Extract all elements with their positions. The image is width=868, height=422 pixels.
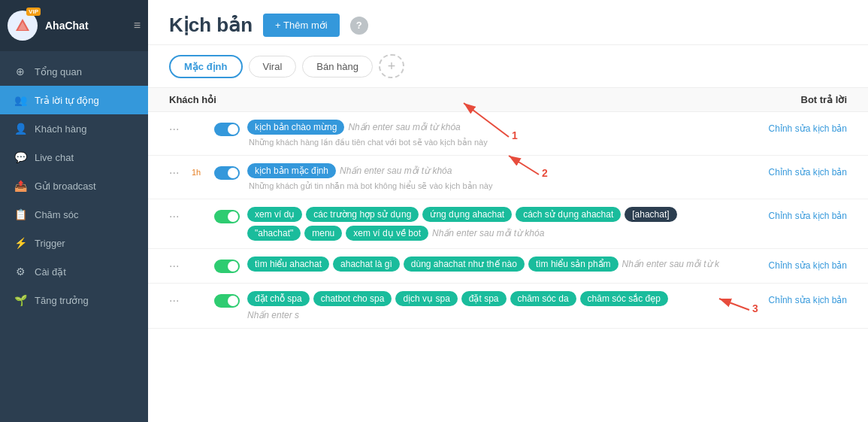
tag-item[interactable]: kịch bản mặc định — [247, 163, 336, 178]
sidebar-item-label: Cài đặt — [35, 266, 66, 278]
tag-item[interactable]: xem ví dụ — [247, 207, 302, 222]
tag-placeholder: Nhấn enter sau mỗi từ khóa — [348, 122, 460, 132]
sidebar-item-label: Live chat — [35, 152, 74, 163]
sidebar-item-cai-dat[interactable]: ⚙ Cài đặt — [0, 257, 148, 286]
tag-item[interactable]: cách sử dụng ahachat — [516, 207, 621, 222]
tab-mac-dinh[interactable]: Mặc định — [169, 55, 243, 78]
edit-link[interactable]: Chỉnh sửa kịch bản — [769, 295, 847, 305]
edit-link[interactable]: Chỉnh sửa kịch bản — [769, 123, 847, 134]
toggle-knob — [228, 296, 238, 306]
toggle-switch[interactable] — [214, 294, 240, 308]
toggle-wrap — [214, 163, 240, 182]
sidebar-item-label: Chăm sóc — [35, 209, 79, 220]
main-header: Kịch bản + Thêm mới ? — [148, 0, 868, 45]
sidebar-nav: ⊕ Tổng quan 👥 Trả lời tự động 👤 Khách hà… — [0, 51, 148, 422]
sidebar-item-label: Gửi broadcast — [35, 181, 96, 192]
sidebar-item-label: Khách hàng — [35, 123, 86, 135]
toggle-switch[interactable] — [214, 123, 240, 136]
vip-badge: VIP — [26, 8, 41, 16]
toggle-knob — [228, 168, 238, 178]
tag-item[interactable]: xem ví dụ về bot — [346, 226, 428, 241]
table-row: ··· xem ví dụ các trường hợp sử dụng ứng… — [148, 199, 868, 249]
sidebar-item-live-chat[interactable]: 💬 Live chat — [0, 143, 148, 172]
row-hint: Những khách gửi tin nhắn mà bot không hi… — [247, 181, 719, 191]
tab-viral[interactable]: Viral — [249, 56, 297, 77]
edit-link[interactable]: Chỉnh sửa kịch bản — [769, 260, 847, 271]
logo: VIP — [8, 11, 38, 41]
toggle-switch[interactable] — [214, 260, 240, 273]
tag-item[interactable]: menu — [304, 226, 342, 241]
tab-add-button[interactable]: + — [379, 54, 404, 78]
sidebar-item-gui-broadcast[interactable]: 📤 Gửi broadcast — [0, 172, 148, 200]
sidebar-item-tang-truong[interactable]: 🌱 Tăng trưởng — [0, 286, 148, 314]
tag-item[interactable]: dịch vụ spa — [395, 291, 457, 306]
row-time — [192, 120, 207, 124]
edit-link[interactable]: Chỉnh sửa kịch bản — [769, 211, 847, 221]
tag-placeholder: Nhấn enter sau mỗi từ k — [622, 259, 719, 269]
tag-item[interactable]: dùng ahachat như thế nào — [404, 257, 525, 272]
tag-item[interactable]: [ahachat] — [625, 207, 676, 222]
row-content: đặt chỗ spa chatbot cho spa dịch vụ spa … — [247, 291, 719, 320]
tra-loi-icon: 👥 — [14, 94, 27, 106]
toggle-wrap — [214, 207, 240, 226]
toggle-wrap — [214, 291, 240, 310]
help-icon[interactable]: ? — [350, 17, 368, 35]
tong-quan-icon: ⊕ — [14, 65, 27, 77]
tag-item[interactable]: kịch bản chào mừng — [247, 120, 344, 135]
toggle-switch[interactable] — [214, 166, 240, 180]
toggle-knob — [228, 211, 238, 222]
sidebar-header: VIP AhaChat ≡ — [0, 0, 148, 51]
tag-item[interactable]: ứng dụng ahachat — [422, 207, 512, 222]
tag-placeholder: Nhấn enter s — [247, 310, 299, 320]
row-menu-dots[interactable]: ··· — [169, 257, 184, 273]
tag-item[interactable]: đặt spa — [461, 291, 507, 306]
row-tags: tìm hiểu ahachat ahachat là gì dùng ahac… — [247, 257, 719, 272]
tag-item[interactable]: "ahachat" — [247, 226, 301, 241]
tab-ban-hang[interactable]: Bán hàng — [302, 56, 373, 77]
table-body: ··· kịch bản chào mừng Nhấn enter sau mỗ… — [148, 112, 868, 329]
khach-hang-icon: 👤 — [14, 123, 27, 135]
sidebar-item-cham-soc[interactable]: 📋 Chăm sóc — [0, 200, 148, 229]
tang-truong-icon: 🌱 — [14, 294, 27, 306]
row-time: 1h — [192, 163, 207, 177]
sidebar-item-label: Trả lời tự động — [35, 95, 99, 106]
row-menu-dots[interactable]: ··· — [169, 120, 184, 136]
row-content: xem ví dụ các trường hợp sử dụng ứng dụn… — [247, 207, 719, 241]
toggle-switch[interactable] — [214, 210, 240, 223]
sidebar-item-trigger[interactable]: ⚡ Trigger — [0, 229, 148, 257]
tag-item[interactable]: chăm sóc da — [510, 291, 576, 306]
tag-item[interactable]: chatbot cho spa — [313, 291, 392, 306]
row-action: Chỉnh sửa kịch bản — [727, 291, 847, 305]
row-content: kịch bản chào mừng Nhấn enter sau mỗi từ… — [247, 120, 719, 147]
tag-item[interactable]: ahachat là gì — [333, 257, 400, 272]
row-menu-dots[interactable]: ··· — [169, 291, 184, 308]
row-content: kịch bản mặc định Nhấn enter sau mỗi từ … — [247, 163, 719, 191]
sidebar-item-label: Tổng quan — [35, 66, 82, 77]
col-khach-hoi: Khách hỏi — [169, 94, 727, 105]
table-row: ··· đặt chỗ spa chatbot cho spa dịch vụ … — [148, 284, 868, 329]
sidebar-item-tong-quan[interactable]: ⊕ Tổng quan — [0, 57, 148, 86]
tag-item[interactable]: tìm hiểu ahachat — [247, 257, 329, 272]
row-tags: đặt chỗ spa chatbot cho spa dịch vụ spa … — [247, 291, 719, 320]
col-bot-tra-loi: Bot trả lời — [727, 94, 847, 105]
row-menu-dots[interactable]: ··· — [169, 207, 184, 223]
tag-item[interactable]: chăm sóc sắc đẹp — [580, 291, 668, 306]
tag-item[interactable]: các trường hợp sử dụng — [306, 207, 419, 222]
row-time — [192, 207, 207, 211]
row-action: Chỉnh sửa kịch bản — [727, 163, 847, 178]
sidebar-item-tra-loi-tu-dong[interactable]: 👥 Trả lời tự động — [0, 86, 148, 114]
add-button[interactable]: + Thêm mới — [263, 14, 340, 37]
hamburger-icon[interactable]: ≡ — [134, 19, 141, 32]
row-tags: kịch bản mặc định Nhấn enter sau mỗi từ … — [247, 163, 719, 178]
row-tags: xem ví dụ các trường hợp sử dụng ứng dụn… — [247, 207, 719, 241]
tabs-row: Mặc định Viral Bán hàng + — [148, 45, 868, 88]
tag-item[interactable]: đặt chỗ spa — [247, 291, 310, 306]
table-row: ··· kịch bản chào mừng Nhấn enter sau mỗ… — [148, 112, 868, 156]
broadcast-icon: 📤 — [14, 180, 27, 192]
row-content: tìm hiểu ahachat ahachat là gì dùng ahac… — [247, 257, 719, 272]
tag-item[interactable]: tìm hiểu sản phẩm — [528, 257, 618, 272]
sidebar-item-khach-hang[interactable]: 👤 Khách hàng — [0, 114, 148, 143]
table-header: Khách hỏi Bot trả lời — [148, 88, 868, 112]
row-menu-dots[interactable]: ··· — [169, 163, 184, 180]
edit-link[interactable]: Chỉnh sửa kịch bản — [769, 167, 847, 178]
